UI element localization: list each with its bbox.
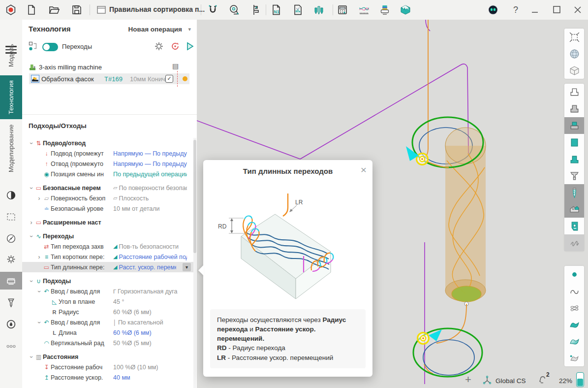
points-surface-button[interactable]: [564, 350, 584, 366]
expand-icon[interactable]: ›: [28, 354, 35, 360]
param-value[interactable]: ◢Пов-ть безопасности: [113, 243, 179, 250]
compass-icon[interactable]: [0, 229, 22, 247]
project-tab-icon[interactable]: [94, 3, 108, 16]
tree-row-19[interactable]: ◠Вертикальный рад50 %Ø (5 мм): [22, 338, 194, 348]
machine-display-button[interactable]: [564, 218, 584, 234]
assistant-button[interactable]: [486, 3, 500, 16]
tree-row-1[interactable]: ›⇅Подвод/отвод: [22, 138, 194, 148]
open-file-button[interactable]: [47, 3, 61, 16]
param-value[interactable]: │По касательной: [113, 319, 163, 326]
zoom-level[interactable]: 22%: [559, 377, 572, 385]
param-value[interactable]: 60 %Ø (6 мм): [113, 309, 152, 316]
tree-row-2[interactable]: ↓Подвод (промежутНапрямую — По предыдущ: [22, 148, 194, 159]
new-operation-button[interactable]: Новая операция: [128, 26, 182, 33]
expand-icon[interactable]: ›: [28, 185, 35, 191]
tool-icon[interactable]: [0, 293, 22, 311]
expand-icon[interactable]: ›: [36, 319, 43, 325]
coordinate-system-icon[interactable]: [482, 375, 492, 385]
tree-row-22[interactable]: ↥Расстояние ускор.40 мм: [22, 372, 194, 383]
param-value[interactable]: ▱Плоскость: [113, 195, 149, 202]
param-value[interactable]: ◢Расст. ускор. переме: [113, 264, 176, 271]
fixture-display-button[interactable]: [564, 201, 584, 218]
caliper-button[interactable]: [248, 3, 262, 16]
expand-icon[interactable]: ›: [28, 278, 35, 284]
model-wireframe-button[interactable]: [564, 84, 584, 100]
param-value[interactable]: 60 %Ø (6 мм): [113, 329, 152, 336]
gauge-icon[interactable]: [0, 315, 22, 333]
close-icon[interactable]: ×: [361, 164, 367, 176]
gradient-surface-button[interactable]: [564, 333, 584, 350]
param-value[interactable]: 45 °: [113, 298, 124, 305]
param-value[interactable]: По предыдущей операции: [113, 171, 187, 178]
dropdown-button[interactable]: ▾: [183, 263, 191, 271]
tree-row-13[interactable]: ›∪Подходы: [22, 276, 194, 286]
new-file-button[interactable]: [25, 3, 38, 16]
gcode-button[interactable]: N1: [270, 3, 283, 16]
structure-icon[interactable]: [29, 41, 39, 52]
expand-icon[interactable]: ›: [36, 195, 42, 202]
shaded-sphere-button[interactable]: [564, 45, 584, 62]
calculator-button[interactable]: [336, 3, 349, 16]
isometric-view-button[interactable]: [564, 62, 584, 79]
tree-row-10[interactable]: ⇄Тип перехода захв◢Пов-ть безопасности: [22, 241, 194, 252]
tree-row-7[interactable]: ≐Безопасный урове10 мм от детали: [22, 203, 194, 214]
stock-display-button[interactable]: [564, 167, 584, 184]
tree-row-3[interactable]: ↑Отвод (промежутоНапрямую — По предыдущ: [22, 159, 194, 169]
param-value[interactable]: 10 мм от детали: [113, 205, 160, 212]
coordinate-system-label[interactable]: Global CS: [495, 377, 526, 385]
operation-checkbox[interactable]: ✓: [165, 75, 173, 83]
magnet-snap-button[interactable]: [206, 3, 219, 16]
transitions-toggle[interactable]: [42, 43, 58, 51]
run-icon[interactable]: [185, 41, 196, 52]
expand-icon[interactable]: ›: [28, 219, 34, 226]
machine-tree-item[interactable]: 3-axis milling machine: [29, 62, 102, 72]
param-value[interactable]: 40 мм: [113, 374, 130, 381]
recalculate-icon[interactable]: [170, 41, 181, 52]
param-value[interactable]: Напрямую — По предыдущ: [113, 150, 187, 157]
position-marker-bottom[interactable]: [418, 333, 429, 344]
expand-icon[interactable]: ›: [28, 233, 35, 239]
report-button[interactable]: [291, 3, 305, 16]
tree-row-8[interactable]: ›▭Расширенные наст: [22, 217, 194, 227]
settings-icon[interactable]: [0, 250, 22, 268]
chevron-down-icon[interactable]: ▾: [188, 26, 191, 32]
expand-icon[interactable]: ›: [28, 140, 35, 146]
graphs-button[interactable]: [357, 3, 371, 16]
tree-row-12[interactable]: ▭Тип длинных пере:◢Расст. ускор. переме▾: [22, 262, 194, 272]
tree-row-20[interactable]: ›▥Расстояния: [22, 352, 194, 362]
maximize-button[interactable]: [550, 3, 564, 16]
layers-button[interactable]: [378, 3, 392, 16]
minimize-button[interactable]: [528, 3, 542, 16]
tree-row-6[interactable]: ›▱Поверхность безоп▱Плоскость: [22, 193, 194, 203]
tree-row-21[interactable]: ↧Расстояние рабоч100 %Ø (10 мм): [22, 362, 194, 372]
tree-row-14[interactable]: ›↶Ввод / вывод дляΓГоризонтальная дуга: [22, 286, 194, 296]
panel-scrollbar[interactable]: [193, 138, 196, 388]
position-marker-top[interactable]: [417, 154, 428, 165]
sidebar-tab-2[interactable]: Технология: [0, 75, 22, 119]
add-icon[interactable]: +: [465, 373, 471, 386]
close-button[interactable]: [571, 3, 585, 16]
operation-list-icon[interactable]: ▤: [172, 62, 179, 70]
gear-icon[interactable]: [154, 41, 165, 52]
param-value[interactable]: 50 %Ø (5 мм): [113, 340, 152, 347]
operation-row[interactable]: Обработка фасок T#169 10мм Конич ✓: [29, 73, 189, 84]
more-icon[interactable]: [0, 337, 22, 355]
zoom-fit-button[interactable]: [564, 29, 584, 45]
points-display-button[interactable]: [564, 266, 584, 283]
model-combined-button[interactable]: [564, 117, 584, 134]
param-value[interactable]: ΓГоризонтальная дуга: [113, 288, 178, 295]
param-value[interactable]: Напрямую — По предыдущ: [113, 161, 187, 167]
contrast-icon[interactable]: [0, 186, 22, 204]
save-button[interactable]: [70, 3, 84, 16]
measure-button[interactable]: [227, 3, 241, 16]
help-button[interactable]: ?: [509, 3, 523, 16]
tree-row-18[interactable]: LДлина60 %Ø (6 мм): [22, 327, 194, 338]
tree-row-16[interactable]: RРадиус60 %Ø (6 мм): [22, 307, 194, 317]
selection-icon[interactable]: [0, 208, 22, 226]
param-value[interactable]: ◢Расстояние рабочей под: [113, 254, 187, 260]
workpiece-icon[interactable]: [0, 272, 22, 290]
sidebar-tab-1[interactable]: Модель: [0, 38, 22, 73]
workpiece-display-button[interactable]: [564, 151, 584, 167]
model-shaded-button[interactable]: [564, 100, 584, 117]
sidebar-tab-3[interactable]: Моделирование: [0, 121, 22, 175]
